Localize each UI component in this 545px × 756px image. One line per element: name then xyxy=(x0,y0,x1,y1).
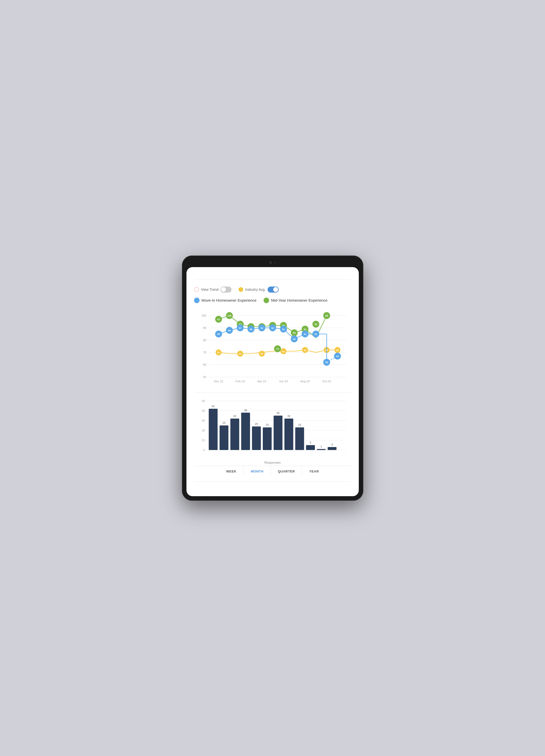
mid-divider xyxy=(194,392,351,393)
svg-rect-106 xyxy=(273,416,282,450)
svg-text:92: 92 xyxy=(271,326,274,329)
svg-text:98: 98 xyxy=(325,314,328,317)
svg-text:10: 10 xyxy=(202,438,205,442)
camera-bar xyxy=(186,260,359,265)
svg-text:100: 100 xyxy=(227,314,232,317)
svg-text:83: 83 xyxy=(336,349,339,351)
svg-text:Feb 23: Feb 23 xyxy=(236,380,245,383)
svg-rect-112 xyxy=(306,445,315,450)
bottom-divider xyxy=(194,481,351,482)
svg-text:91: 91 xyxy=(304,328,306,330)
toggles-row: View Trend Industry Avg. xyxy=(194,284,351,293)
legend-green-dot xyxy=(264,298,269,303)
legend-movein-label: Move-In Homeowner Experience xyxy=(202,298,257,302)
svg-text:88: 88 xyxy=(249,328,252,330)
view-trend-knob xyxy=(221,287,226,292)
line-chart-area: 100 90 80 70 60 50 Dec 22 Feb 23 Apr 23 … xyxy=(194,307,351,388)
svg-text:23: 23 xyxy=(266,423,269,426)
legend-midyear-label: Mid-Year Homeowner Experience xyxy=(271,298,328,302)
svg-text:60: 60 xyxy=(203,363,206,366)
tablet-screen: View Trend Industry Avg. Move-In Homeown… xyxy=(186,267,359,496)
svg-text:97: 97 xyxy=(217,318,220,321)
svg-text:63: 63 xyxy=(336,355,339,358)
chart-legend: Move-In Homeowner Experience Mid-Year Ho… xyxy=(194,298,351,303)
tab-year[interactable]: YEAR xyxy=(302,466,326,477)
svg-text:83: 83 xyxy=(304,349,306,351)
svg-rect-110 xyxy=(295,427,304,450)
legend-movein: Move-In Homeowner Experience xyxy=(194,298,257,303)
svg-text:0: 0 xyxy=(203,448,205,451)
svg-text:Oct 23: Oct 23 xyxy=(322,380,331,383)
svg-text:30: 30 xyxy=(202,419,205,422)
svg-text:80: 80 xyxy=(260,352,263,355)
bar-chart-svg: 50 40 30 20 10 0 42 25 32 38 24 23 xyxy=(194,398,351,458)
svg-text:91: 91 xyxy=(314,333,317,335)
svg-text:32: 32 xyxy=(233,415,236,418)
industry-avg-dot xyxy=(239,287,243,292)
svg-rect-102 xyxy=(252,426,261,450)
svg-text:80: 80 xyxy=(239,352,241,355)
svg-rect-104 xyxy=(263,427,272,450)
svg-text:82: 82 xyxy=(293,337,296,340)
responses-label: Responses xyxy=(194,461,351,464)
svg-text:91: 91 xyxy=(304,333,306,335)
industry-avg-knob xyxy=(273,287,278,292)
legend-blue-dot xyxy=(194,298,200,303)
svg-text:50: 50 xyxy=(203,375,206,378)
view-trend-switch[interactable] xyxy=(220,287,232,293)
tab-month[interactable]: MONTH xyxy=(244,466,271,477)
svg-text:24: 24 xyxy=(255,422,258,425)
svg-text:94: 94 xyxy=(314,323,317,326)
svg-text:32: 32 xyxy=(287,415,290,418)
svg-text:86: 86 xyxy=(293,331,296,334)
svg-text:42: 42 xyxy=(212,405,215,408)
svg-text:81: 81 xyxy=(217,351,220,354)
svg-text:87: 87 xyxy=(239,326,241,329)
svg-text:Apr 23: Apr 23 xyxy=(257,380,266,383)
mic-icon xyxy=(274,262,276,263)
view-trend-icon xyxy=(194,287,199,292)
svg-rect-108 xyxy=(284,418,293,450)
legend-midyear: Mid-Year Homeowner Experience xyxy=(264,298,328,303)
svg-rect-94 xyxy=(209,408,217,450)
svg-text:80: 80 xyxy=(203,338,206,341)
view-trend-toggle-group: View Trend xyxy=(194,287,232,293)
svg-rect-98 xyxy=(230,418,239,450)
svg-text:89: 89 xyxy=(228,329,231,332)
svg-text:74: 74 xyxy=(276,347,279,350)
industry-avg-toggle-group: Industry Avg. xyxy=(239,287,279,293)
svg-text:25: 25 xyxy=(222,421,225,424)
tab-week[interactable]: WEEK xyxy=(219,466,244,477)
svg-text:20: 20 xyxy=(202,429,205,432)
line-chart-svg: 100 90 80 70 60 50 Dec 22 Feb 23 Apr 23 … xyxy=(194,307,351,388)
svg-rect-116 xyxy=(328,447,336,450)
svg-text:70: 70 xyxy=(203,351,206,354)
time-tabs: WEEK MONTH QUARTER YEAR xyxy=(194,466,351,477)
svg-text:40: 40 xyxy=(202,409,205,412)
svg-text:50: 50 xyxy=(202,399,205,402)
svg-rect-100 xyxy=(241,413,250,450)
svg-text:85: 85 xyxy=(217,333,220,335)
camera-icon xyxy=(269,261,272,264)
svg-text:3: 3 xyxy=(331,443,333,446)
svg-text:5: 5 xyxy=(310,441,311,444)
svg-text:23: 23 xyxy=(298,423,301,426)
svg-rect-114 xyxy=(317,449,326,450)
svg-text:35: 35 xyxy=(276,412,279,415)
svg-text:Aug 23: Aug 23 xyxy=(300,380,310,383)
tablet-device: View Trend Industry Avg. Move-In Homeown… xyxy=(182,256,363,501)
svg-text:Dec 22: Dec 22 xyxy=(214,380,223,383)
svg-text:100: 100 xyxy=(201,314,206,317)
svg-text:58: 58 xyxy=(325,361,328,364)
svg-rect-96 xyxy=(219,425,228,450)
bar-chart-area: 50 40 30 20 10 0 42 25 32 38 24 23 xyxy=(194,398,351,463)
svg-text:91: 91 xyxy=(282,328,285,330)
industry-avg-switch[interactable] xyxy=(268,287,279,293)
svg-text:Jun 23: Jun 23 xyxy=(279,380,288,383)
svg-text:92: 92 xyxy=(260,326,263,329)
industry-avg-label: Industry Avg. xyxy=(245,288,266,292)
svg-text:82: 82 xyxy=(282,350,285,353)
tab-quarter[interactable]: QUARTER xyxy=(271,466,302,477)
svg-text:90: 90 xyxy=(203,326,206,329)
svg-text:38: 38 xyxy=(244,408,247,412)
